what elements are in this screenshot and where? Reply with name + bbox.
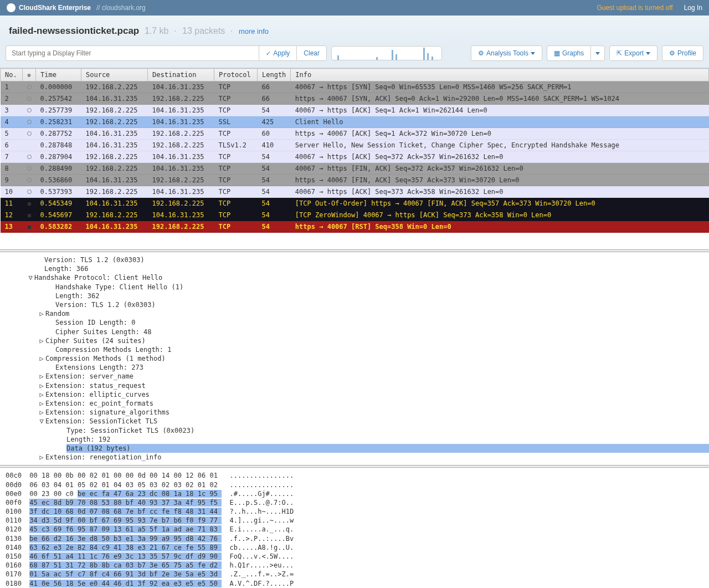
graphs-button[interactable]: Graphs: [547, 45, 590, 61]
tree-node[interactable]: ▷Extension: server_name: [6, 372, 703, 381]
column-header[interactable]: ⊕: [23, 69, 36, 81]
tree-node[interactable]: ▷Extension: renegotiation_info: [6, 453, 703, 462]
gear-icon: [669, 49, 675, 57]
hex-row[interactable]: 00d0 06 03 04 01 05 02 01 04 03 05 03 02…: [6, 480, 703, 489]
packet-row[interactable]: 130.583282104.16.31.235192.168.2.225TCP5…: [1, 221, 709, 233]
tree-node[interactable]: ▷Random: [6, 309, 703, 318]
clear-button[interactable]: Clear: [296, 45, 327, 61]
packet-row[interactable]: 110.545349104.16.31.235192.168.2.225TCP5…: [1, 198, 709, 209]
chevron-down-icon: [531, 52, 535, 55]
packet-row[interactable]: 120.545697192.168.2.225104.16.31.235TCP5…: [1, 209, 709, 221]
packet-row[interactable]: 60.287848104.16.31.235192.168.2.225TLSv1…: [1, 140, 709, 151]
tree-node[interactable]: Extensions Length: 273: [6, 363, 703, 372]
hex-row[interactable]: 00f0 45 ec 8d b9 70 08 53 80 bf 40 93 37…: [6, 498, 703, 507]
hex-row[interactable]: 0100 3f dc 10 68 0d 07 08 68 7e bf cc fe…: [6, 507, 703, 516]
file-name: failed-newsessionticket.pcap: [9, 25, 139, 36]
packet-row[interactable]: 30.257739192.168.2.225104.16.31.235TCP54…: [1, 105, 709, 116]
export-button[interactable]: Export: [609, 45, 657, 61]
more-info-link[interactable]: more info: [239, 27, 269, 35]
tree-node[interactable]: ▷Extension: signature_algorithms: [6, 408, 703, 417]
analysis-tools-button[interactable]: Analysis Tools: [471, 45, 542, 61]
file-packets: 13 packets: [182, 26, 225, 35]
packet-row[interactable]: 70.287904192.168.2.225104.16.31.235TCP54…: [1, 151, 709, 163]
timeline-sparkline[interactable]: [331, 46, 442, 60]
chevron-down-icon: [595, 52, 600, 55]
column-header[interactable]: Source: [81, 69, 148, 81]
packet-details-tree[interactable]: Version: TLS 1.2 (0x0303)Length: 366▽Han…: [0, 252, 709, 465]
export-icon: [616, 49, 622, 57]
packet-list: No.⊕TimeSourceDestinationProtocolLengthI…: [0, 68, 709, 233]
tree-node[interactable]: ▷Cipher Suites (24 suites): [6, 336, 703, 345]
top-nav: CloudShark Enterprise // cloudshark.org …: [0, 0, 709, 16]
column-header[interactable]: Info: [291, 69, 709, 81]
gear-icon: [478, 49, 484, 57]
hex-row[interactable]: 0110 34 d3 5d 9f 00 bf 67 69 95 93 7e b7…: [6, 516, 703, 525]
packet-row[interactable]: 80.288490192.168.2.225104.16.31.235TCP54…: [1, 163, 709, 175]
profile-button[interactable]: Profile: [662, 45, 703, 61]
tree-node[interactable]: ▷Extension: elliptic_curves: [6, 390, 703, 399]
packet-row[interactable]: 20.257542104.16.31.235192.168.2.225TCP66…: [1, 93, 709, 105]
tree-node[interactable]: ▽Extension: SessionTicket TLS: [6, 417, 703, 426]
apply-button[interactable]: Apply: [259, 45, 296, 61]
tree-node[interactable]: ▽Handshake Protocol: Client Hello: [6, 273, 703, 282]
tree-node[interactable]: Compression Methods Length: 1: [6, 345, 703, 354]
hex-row[interactable]: 0130 be 66 d2 16 3e d8 50 b3 e1 3a 99 a9…: [6, 534, 703, 543]
tree-node[interactable]: Session ID Length: 0: [6, 318, 703, 327]
guest-upload-msg: Guest upload is turned off: [597, 4, 672, 12]
chevron-down-icon: [646, 52, 650, 55]
brand-text: CloudShark Enterprise: [19, 4, 91, 12]
packet-row[interactable]: 40.258231192.168.2.225104.16.31.235SSL42…: [1, 116, 709, 128]
tree-node[interactable]: Length: 366: [6, 264, 703, 273]
tree-node[interactable]: ▷Extension: ec_point_formats: [6, 399, 703, 408]
column-header[interactable]: Length: [258, 69, 291, 81]
packet-row[interactable]: 100.537393192.168.2.225104.16.31.235TCP5…: [1, 186, 709, 198]
tree-node[interactable]: ▷Compression Methods (1 method): [6, 354, 703, 363]
tree-node[interactable]: Length: 362: [6, 292, 703, 300]
chart-icon: [554, 49, 560, 57]
tree-node[interactable]: Type: SessionTicket TLS (0x0023): [6, 426, 703, 435]
file-size: 1.7 kb: [145, 26, 169, 35]
tree-node[interactable]: Version: TLS 1.2 (0x0303): [6, 300, 703, 309]
tree-node[interactable]: ▷Extension: status_request: [6, 381, 703, 390]
hex-dump[interactable]: 00c0 00 18 00 0b 00 02 01 00 00 0d 00 14…: [0, 468, 709, 588]
packet-row[interactable]: 10.000000192.168.2.225104.16.31.235TCP66…: [1, 81, 709, 93]
hex-row[interactable]: 00c0 00 18 00 0b 00 02 01 00 00 0d 00 14…: [6, 471, 703, 480]
check-icon: [266, 49, 271, 57]
toolbar: Apply Clear Analysis Tools Graphs Export…: [0, 42, 709, 68]
packet-row[interactable]: 50.287752104.16.31.235192.168.2.225TCP60…: [1, 128, 709, 140]
brand-sub: // cloudshark.org: [96, 4, 146, 12]
file-bar: failed-newsessionticket.pcap 1.7 kb · 13…: [0, 16, 709, 42]
packet-row[interactable]: 90.536860104.16.31.235192.168.2.225TCP54…: [1, 175, 709, 186]
hex-row[interactable]: 0170 01 5a ac 5f c7 8f c4 66 91 3d bf 2e…: [6, 570, 703, 579]
display-filter-input[interactable]: [6, 45, 259, 61]
graphs-caret-button[interactable]: [590, 45, 605, 61]
tree-node[interactable]: Version: TLS 1.2 (0x0303): [6, 255, 703, 264]
hex-row[interactable]: 0150 46 6f 51 a4 11 1c 76 e9 3c 13 35 57…: [6, 552, 703, 561]
column-header[interactable]: Destination: [148, 69, 214, 81]
tree-node[interactable]: Handshake Type: Client Hello (1): [6, 283, 703, 292]
hex-row[interactable]: 0160 68 87 51 31 72 8b 8b ca 03 b7 3e 65…: [6, 561, 703, 570]
logo-icon: [7, 3, 16, 12]
tree-node[interactable]: Cipher Suites Length: 48: [6, 328, 703, 336]
hex-row[interactable]: 0120 45 c3 69 f6 95 87 09 13 61 a5 5f 1a…: [6, 525, 703, 534]
hex-row[interactable]: 0180 41 0e 56 18 5e e0 44 46 d1 3f 92 ea…: [6, 579, 703, 588]
login-link[interactable]: Log In: [684, 4, 702, 12]
brand[interactable]: CloudShark Enterprise // cloudshark.org: [7, 3, 146, 12]
column-header[interactable]: Protocol: [214, 69, 258, 81]
column-header[interactable]: Time: [36, 69, 81, 81]
hex-row[interactable]: 0140 63 62 e3 2e 82 84 c9 41 38 e3 21 67…: [6, 543, 703, 552]
tree-node[interactable]: Length: 192: [6, 435, 703, 444]
tree-node[interactable]: Data (192 bytes): [6, 444, 703, 453]
hex-row[interactable]: 00e0 00 23 00 c0 be ec fa 47 6a 23 dc 08…: [6, 489, 703, 498]
column-header[interactable]: No.: [1, 69, 23, 81]
